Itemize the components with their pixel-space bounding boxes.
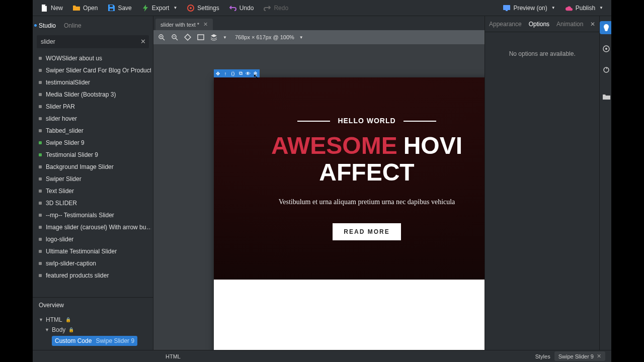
clear-search-icon[interactable]: ✕	[140, 38, 146, 45]
zoom-in-icon[interactable]	[157, 33, 166, 41]
open-label: Open	[83, 5, 98, 12]
canvas[interactable]: ✥ ↑ ⟨⟩ ⧉ 👁 🗑 ↖ HELLO WORLD AWESOME HOVI …	[153, 44, 485, 350]
bolt-icon	[142, 5, 149, 12]
tab-online[interactable]: Online	[64, 20, 82, 31]
publish-button[interactable]: Publish▼	[561, 3, 607, 14]
list-item[interactable]: logo-slider	[35, 233, 151, 245]
hide-icon[interactable]: 👁	[245, 70, 251, 76]
preview-label: Preview (on)	[513, 5, 547, 12]
component-list[interactable]: WOWSlider about usSwiper Slider Card For…	[33, 52, 153, 297]
chevron-down-icon[interactable]: ▼	[223, 35, 227, 40]
list-item[interactable]: swIp-slider-caption	[35, 257, 151, 269]
code-icon[interactable]: ⟨⟩	[230, 70, 236, 76]
main-toolbar: New Open Save Export▼ Settings Undo Redo…	[33, 0, 611, 16]
zoom-out-icon[interactable]	[171, 33, 179, 41]
list-item[interactable]: 3D SLIDER	[35, 197, 151, 209]
tree-html[interactable]: ▼HTML🔒	[37, 315, 149, 325]
cloud-icon	[566, 5, 573, 12]
gear-icon[interactable]	[600, 42, 611, 55]
tab-animation[interactable]: Animation	[556, 21, 583, 28]
export-button[interactable]: Export▼	[138, 3, 182, 14]
list-item[interactable]: Ultimate Testimonial Slider	[35, 245, 151, 257]
page-preview[interactable]: HELLO WORLD AWESOME HOVI AFFECT Vestibul…	[214, 77, 485, 350]
list-item[interactable]: Swiper Slider Card For Blog Or Product	[35, 64, 151, 76]
list-item[interactable]: WOWSlider about us	[35, 52, 151, 64]
chevron-down-icon: ▼	[551, 6, 555, 10]
list-item[interactable]: testimonialSlider	[35, 76, 151, 88]
move-icon[interactable]: ✥	[215, 70, 221, 76]
left-panel: Studio Online ✕ WOWSlider about usSwiper…	[33, 16, 153, 350]
list-item[interactable]: Slider PAR	[35, 101, 151, 113]
footer-styles[interactable]: Styles	[535, 353, 550, 359]
outline-icon[interactable]	[184, 33, 192, 41]
close-tab-icon[interactable]: ✕	[203, 21, 208, 28]
rect-icon[interactable]	[197, 33, 205, 41]
search-input[interactable]	[37, 35, 149, 48]
new-button[interactable]: New	[37, 3, 67, 14]
tab-appearance[interactable]: Appearance	[489, 21, 522, 28]
list-item[interactable]: Background Image Slider	[35, 161, 151, 173]
lock-icon: 🔒	[68, 327, 74, 332]
list-item[interactable]: Swipe Slider 9	[35, 137, 151, 149]
up-icon[interactable]: ↑	[222, 70, 228, 76]
overview-header[interactable]: Overview	[33, 297, 153, 313]
undo-label: Undo	[239, 5, 254, 12]
folder-icon[interactable]	[600, 90, 611, 104]
settings-button[interactable]: Settings	[183, 3, 223, 14]
list-item[interactable]: slider hover	[35, 113, 151, 125]
chevron-down-icon: ▼	[173, 6, 177, 10]
tab-options[interactable]: Options	[529, 21, 549, 28]
close-chip-icon[interactable]: ✕	[597, 353, 601, 359]
export-label: Export	[152, 5, 170, 12]
right-sidebar	[599, 16, 611, 350]
list-item[interactable]: Swiper Slider	[35, 173, 151, 185]
right-panel: Appearance Options Animation ✕ No option…	[485, 16, 611, 350]
close-panel-icon[interactable]: ✕	[590, 21, 595, 28]
file-icon	[41, 5, 48, 12]
footer-chip[interactable]: Swipe Slider 9✕	[554, 351, 605, 361]
preview-icon	[503, 5, 510, 12]
paint-icon[interactable]	[600, 21, 611, 34]
lock-icon: 🔒	[65, 317, 71, 322]
list-item[interactable]: featured products slider	[35, 269, 151, 282]
chevron-down-icon[interactable]: ▼	[299, 35, 303, 40]
list-item[interactable]: Tabbed_slider	[35, 125, 151, 137]
footer-html[interactable]: HTML	[166, 353, 181, 359]
list-item[interactable]: Testimonial Slider 9	[35, 149, 151, 161]
undo-icon	[229, 5, 236, 12]
preview-button[interactable]: Preview (on)▼	[499, 3, 559, 14]
list-item[interactable]: Image slider (carousel) With arrow bu…	[35, 221, 151, 233]
undo-button[interactable]: Undo	[225, 3, 258, 14]
svg-rect-5	[506, 10, 508, 11]
svg-rect-4	[503, 5, 510, 10]
folder-icon	[73, 5, 80, 12]
tree-body[interactable]: ▼Body🔒	[37, 325, 149, 335]
layers-icon[interactable]	[210, 33, 218, 41]
canvas-dimensions[interactable]: 768px × 617px @ 100%	[235, 34, 294, 40]
list-item[interactable]: --mp-- Testimonials Slider	[35, 209, 151, 221]
list-item[interactable]: Media Slider (Bootstrap 3)	[35, 88, 151, 101]
list-item[interactable]: Text Slider	[35, 185, 151, 197]
center-panel: slider with text *✕ ▼ 768px × 617px @ 10…	[153, 16, 485, 350]
animation-icon[interactable]	[600, 63, 611, 76]
copy-icon[interactable]: ⧉	[237, 70, 244, 76]
settings-label: Settings	[197, 5, 219, 12]
read-more-button[interactable]: READ MORE	[333, 223, 400, 240]
redo-button[interactable]: Redo	[260, 3, 292, 14]
save-icon	[108, 5, 115, 12]
svg-rect-13	[198, 35, 204, 40]
file-tab[interactable]: slider with text *✕	[155, 19, 213, 30]
search-wrap: ✕	[37, 35, 149, 48]
hero-section: HELLO WORLD AWESOME HOVI AFFECT Vestibul…	[214, 77, 485, 280]
hero-subtitle: Vestibulum et urna aliquam pretium urna …	[279, 198, 455, 206]
redo-label: Redo	[274, 5, 288, 12]
tree-custom-code[interactable]: Custom CodeSwipe Slider 9	[52, 336, 137, 346]
new-label: New	[51, 5, 63, 12]
save-button[interactable]: Save	[104, 3, 135, 14]
right-body: No options are available.	[485, 32, 599, 350]
svg-line-7	[163, 38, 165, 40]
tab-studio[interactable]: Studio	[39, 20, 56, 31]
page-body	[214, 280, 485, 350]
left-tabs: Studio Online	[33, 16, 153, 31]
open-button[interactable]: Open	[69, 3, 102, 14]
